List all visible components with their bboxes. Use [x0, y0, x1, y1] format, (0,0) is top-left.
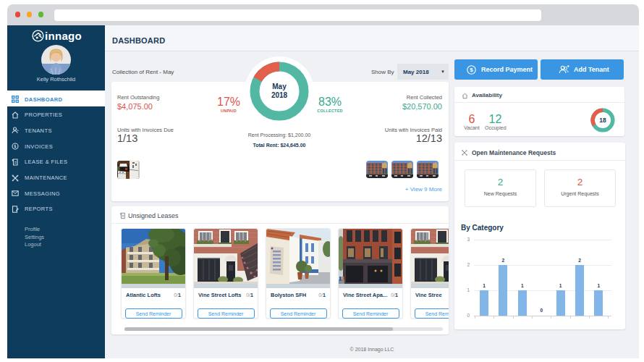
svg-text:2018: 2018: [271, 91, 288, 99]
svg-text:18: 18: [599, 117, 606, 124]
svg-text:May: May: [272, 83, 287, 90]
svg-text:$: $: [470, 67, 473, 73]
